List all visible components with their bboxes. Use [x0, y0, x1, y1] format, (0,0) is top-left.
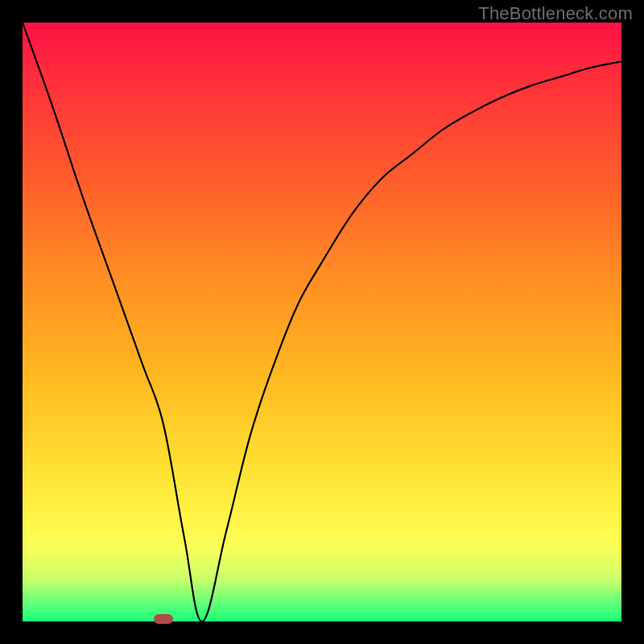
minimum-marker [154, 614, 173, 624]
plot-area [23, 23, 621, 621]
watermark-text: TheBottleneck.com [478, 3, 633, 24]
bottleneck-curve [23, 23, 621, 621]
chart-frame: TheBottleneck.com [0, 0, 644, 644]
